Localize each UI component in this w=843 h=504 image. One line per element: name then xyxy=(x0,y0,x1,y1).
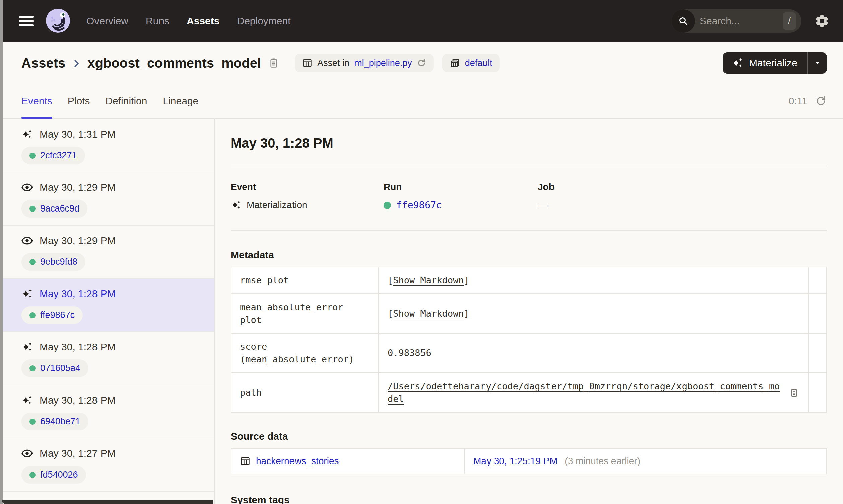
pipeline-file-link[interactable]: ml_pipeline.py xyxy=(354,58,412,68)
event-list-item[interactable]: May 30, 1:28 PMffe9867c xyxy=(3,279,214,332)
run-pill[interactable]: 6940be71 xyxy=(21,413,88,430)
event-list-item[interactable]: May 30, 1:31 PM2cfc3271 xyxy=(3,119,214,172)
event-time: May 30, 1:28 PM xyxy=(39,395,116,406)
show-markdown-link[interactable]: Show Markdown xyxy=(393,308,464,319)
show-markdown-link[interactable]: Show Markdown xyxy=(393,275,464,286)
job-value: — xyxy=(538,200,548,211)
event-time: May 30, 1:29 PM xyxy=(39,182,116,193)
materialization-sparkle-icon xyxy=(230,200,241,211)
materialization-sparkle-icon xyxy=(21,395,33,406)
run-pill[interactable]: 9aca6c9d xyxy=(21,200,87,218)
metadata-row: path/Users/odetteharary/code/dagster/tmp… xyxy=(231,373,827,412)
metadata-key: mean_absolute_error plot xyxy=(231,294,379,333)
tab-definition[interactable]: Definition xyxy=(105,84,147,119)
nav-links: OverviewRunsAssetsDeployment xyxy=(86,15,291,27)
chevron-down-icon xyxy=(814,59,821,67)
nav-item-overview[interactable]: Overview xyxy=(86,15,128,27)
source-data-row: hackernews_stories May 30, 1:25:19 PM (3… xyxy=(231,448,827,474)
background-window-edge xyxy=(2,500,213,504)
run-status-dot xyxy=(30,312,35,318)
asset-table-icon xyxy=(240,456,251,467)
nav-item-deployment[interactable]: Deployment xyxy=(237,15,291,27)
code-location-link[interactable]: default xyxy=(465,58,492,68)
tab-lineage[interactable]: Lineage xyxy=(163,84,199,119)
nav-item-runs[interactable]: Runs xyxy=(146,15,169,27)
run-id-link[interactable]: ffe9867c xyxy=(40,310,75,320)
run-status-dot xyxy=(30,152,35,159)
code-location-badge[interactable]: default xyxy=(442,54,500,72)
event-time: May 30, 1:28 PM xyxy=(39,288,116,300)
asset-tabs-row: EventsPlotsDefinitionLineage 0:11 xyxy=(3,84,843,119)
copy-asset-name-icon[interactable] xyxy=(268,57,280,69)
materialize-sparkle-icon xyxy=(732,57,743,69)
event-time: May 30, 1:27 PM xyxy=(39,448,116,459)
dagster-logo-icon[interactable] xyxy=(45,8,71,34)
run-label: Run xyxy=(384,182,538,193)
tab-plots[interactable]: Plots xyxy=(68,84,90,119)
metadata-key: rmse plot xyxy=(231,267,379,294)
run-id-link[interactable]: 6940be71 xyxy=(40,416,81,427)
tab-events[interactable]: Events xyxy=(21,84,52,119)
top-nav: OverviewRunsAssetsDeployment / xyxy=(3,0,843,42)
source-data-heading: Source data xyxy=(230,431,827,442)
event-list-item[interactable]: May 30, 1:28 PM6940be71 xyxy=(3,385,214,438)
page-title: xgboost_comments_model xyxy=(87,56,261,71)
source-time-link[interactable]: May 30, 1:25:19 PM xyxy=(474,456,557,466)
global-search[interactable]: / xyxy=(671,10,802,33)
run-id-link[interactable]: fd540026 xyxy=(40,470,78,480)
metadata-extra-cell xyxy=(808,373,827,412)
metadata-row: rmse plot[Show Markdown] xyxy=(231,267,827,294)
asset-in-label: Asset in xyxy=(317,58,349,68)
path-link[interactable]: /Users/odetteharary/code/dagster/tmp_0mz… xyxy=(388,380,783,405)
metadata-table-body: rmse plot[Show Markdown]mean_absolute_er… xyxy=(231,267,827,412)
refresh-timer: 0:11 xyxy=(789,95,808,107)
materialization-sparkle-icon xyxy=(21,341,33,353)
metadata-row: score (mean_absolute_error)0.983856 xyxy=(231,333,827,373)
source-asset-link[interactable]: hackernews_stories xyxy=(240,455,455,468)
app-window: OverviewRunsAssetsDeployment / Assets xg… xyxy=(3,0,843,504)
copy-path-icon[interactable] xyxy=(789,387,799,398)
event-list-item[interactable]: May 30, 1:28 PM071605a4 xyxy=(3,332,214,385)
materialize-dropdown-button[interactable] xyxy=(808,52,827,74)
refresh-icon[interactable] xyxy=(815,95,827,107)
asset-table-icon xyxy=(302,57,313,68)
hamburger-menu-icon[interactable] xyxy=(19,16,34,26)
run-pill[interactable]: 071605a4 xyxy=(21,359,88,377)
run-status-dot xyxy=(30,472,35,478)
event-list-item[interactable]: May 30, 1:29 PM9ebc9fd8 xyxy=(3,226,214,279)
run-id-link[interactable]: 071605a4 xyxy=(40,363,81,374)
run-id-link[interactable]: 9aca6c9d xyxy=(40,203,80,214)
run-pill[interactable]: 9ebc9fd8 xyxy=(21,253,85,271)
event-label: Event xyxy=(230,182,384,193)
run-id-link[interactable]: 2cfc3271 xyxy=(40,150,77,161)
search-icon xyxy=(671,10,695,33)
run-id-link[interactable]: ffe9867c xyxy=(396,200,442,211)
event-list-item[interactable]: May 30, 1:29 PM9aca6c9d xyxy=(3,172,214,226)
breadcrumb-assets-link[interactable]: Assets xyxy=(21,56,65,71)
run-pill[interactable]: fd540026 xyxy=(21,466,86,484)
asset-tabs: EventsPlotsDefinitionLineage xyxy=(21,84,199,119)
metadata-value: [Show Markdown] xyxy=(379,267,808,294)
metadata-extra-cell xyxy=(808,294,827,333)
metadata-value: /Users/odetteharary/code/dagster/tmp_0mz… xyxy=(379,373,808,412)
metadata-extra-cell xyxy=(808,333,827,373)
run-id-link[interactable]: 9ebc9fd8 xyxy=(40,257,78,267)
settings-gear-icon[interactable] xyxy=(814,13,830,29)
metadata-table: rmse plot[Show Markdown]mean_absolute_er… xyxy=(230,267,827,413)
reload-definition-icon[interactable] xyxy=(417,58,426,68)
asset-definition-badge[interactable]: Asset in ml_pipeline.py xyxy=(294,54,433,72)
event-time: May 30, 1:31 PM xyxy=(39,128,116,140)
event-time: May 30, 1:28 PM xyxy=(39,341,116,353)
run-pill[interactable]: ffe9867c xyxy=(21,306,83,324)
event-list-item[interactable]: May 30, 1:27 PMfd540026 xyxy=(3,438,214,492)
nav-item-assets[interactable]: Assets xyxy=(187,15,220,27)
materialize-button[interactable]: Materialize xyxy=(723,52,808,74)
job-label: Job xyxy=(538,182,827,193)
metadata-value: [Show Markdown] xyxy=(379,294,808,333)
materialization-sparkle-icon xyxy=(21,128,33,140)
search-input[interactable] xyxy=(695,15,783,27)
run-status-dot xyxy=(30,365,35,372)
breadcrumb-chevron-icon xyxy=(71,58,82,69)
run-pill[interactable]: 2cfc3271 xyxy=(21,147,85,164)
event-type-value: Materialization xyxy=(246,200,307,211)
